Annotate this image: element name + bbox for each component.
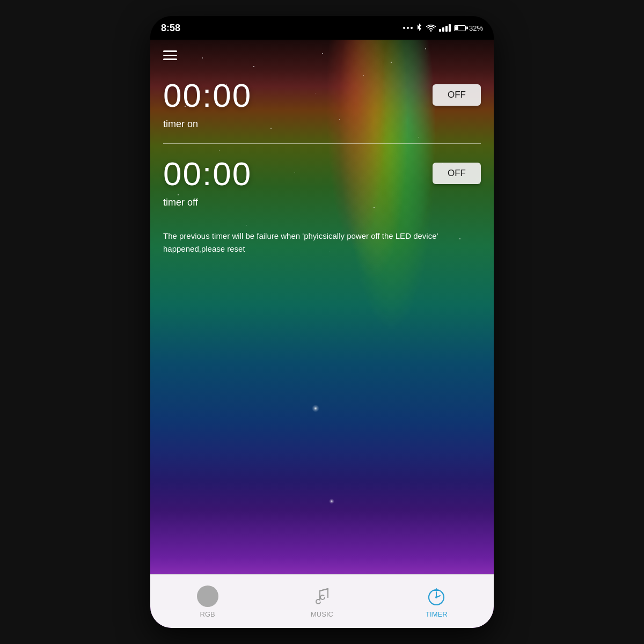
timer-on-row: 00:00 OFF — [163, 76, 481, 114]
timer-off-off-button[interactable]: OFF — [433, 163, 481, 184]
timer-off-section: 00:00 OFF timer off — [163, 149, 481, 219]
music-note-svg — [314, 587, 330, 606]
rgb-circle — [197, 586, 218, 607]
wifi-icon — [426, 24, 436, 32]
warning-text: The previous timer will be failure when … — [163, 230, 481, 255]
battery-icon — [454, 25, 466, 31]
timer-label: TIMER — [426, 610, 447, 618]
timer-off-row: 00:00 OFF — [163, 155, 481, 193]
timer-off-display: 00:00 — [163, 155, 252, 193]
hamburger-line-1 — [163, 50, 177, 52]
status-time: 8:58 — [161, 23, 180, 34]
rgb-icon — [196, 584, 219, 608]
hamburger-menu-area[interactable] — [150, 40, 494, 65]
nav-item-timer[interactable]: TIMER — [415, 584, 458, 618]
music-label: MUSIC — [311, 610, 333, 618]
svg-point-4 — [435, 596, 437, 598]
timer-on-off-button[interactable]: OFF — [433, 84, 481, 106]
dots-icon — [403, 27, 413, 29]
rgb-label: RGB — [200, 610, 215, 618]
timer-on-label: timer on — [163, 119, 481, 130]
bluetooth-icon — [416, 24, 423, 32]
timer-sections: 00:00 OFF timer on 00:00 OFF timer off — [150, 65, 494, 575]
timer-nav-svg — [426, 586, 447, 606]
status-bar: 8:58 — [150, 16, 494, 40]
signal-bars-icon — [439, 24, 451, 32]
status-icons: 32% — [403, 24, 483, 32]
timer-nav-icon — [425, 584, 448, 608]
nav-item-rgb[interactable]: RGB — [186, 584, 229, 618]
nav-item-music[interactable]: MUSIC — [301, 584, 343, 618]
app-content: 00:00 OFF timer on 00:00 OFF timer off — [150, 40, 494, 628]
bottom-nav: RGB MUSIC — [150, 574, 494, 628]
hamburger-line-3 — [163, 58, 177, 60]
timer-on-section: 00:00 OFF timer on — [163, 71, 481, 141]
battery-percent: 32% — [469, 24, 483, 32]
timer-on-display: 00:00 — [163, 76, 252, 114]
main-ui: 00:00 OFF timer on 00:00 OFF timer off — [150, 40, 494, 574]
hamburger-line-2 — [163, 55, 177, 56]
phone-frame: 8:58 — [150, 16, 494, 628]
music-icon — [310, 584, 334, 608]
hamburger-icon[interactable] — [163, 50, 177, 60]
timer-off-label: timer off — [163, 197, 481, 208]
section-divider — [163, 143, 481, 144]
